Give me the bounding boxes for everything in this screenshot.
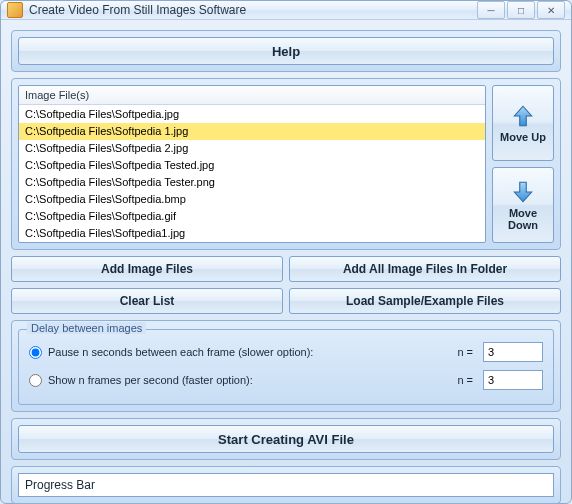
move-down-button[interactable]: Move Down bbox=[492, 167, 554, 243]
show-label[interactable]: Show n frames per second (faster option)… bbox=[48, 374, 445, 386]
app-window: Create Video From Still Images Software … bbox=[0, 0, 572, 504]
progress-bar: Progress Bar bbox=[18, 473, 554, 497]
load-sample-button[interactable]: Load Sample/Example Files bbox=[289, 288, 561, 314]
progress-panel: Progress Bar bbox=[11, 466, 561, 504]
close-icon: ✕ bbox=[547, 5, 555, 16]
file-row[interactable]: C:\Softpedia Files\Softpedia.gif bbox=[19, 208, 485, 225]
file-row[interactable]: C:\Softpedia Files\Softpedia Tester.png bbox=[19, 174, 485, 191]
show-n-input[interactable] bbox=[483, 370, 543, 390]
pause-label[interactable]: Pause n seconds between each frame (slow… bbox=[48, 346, 445, 358]
help-button[interactable]: Help bbox=[18, 37, 554, 65]
minimize-button[interactable]: ─ bbox=[477, 1, 505, 19]
start-panel: Start Creating AVI File bbox=[11, 418, 561, 460]
help-panel: Help bbox=[11, 30, 561, 72]
add-image-files-button[interactable]: Add Image Files bbox=[11, 256, 283, 282]
move-up-label: Move Up bbox=[500, 131, 546, 143]
file-row[interactable]: C:\Softpedia Files\Softpedia.jpg bbox=[19, 106, 485, 123]
minimize-icon: ─ bbox=[487, 5, 494, 16]
pause-radio[interactable] bbox=[29, 346, 42, 359]
file-list-box: Image File(s) C:\Softpedia Files\Softped… bbox=[18, 85, 486, 243]
add-all-in-folder-button[interactable]: Add All Image Files In Folder bbox=[289, 256, 561, 282]
titlebar: Create Video From Still Images Software … bbox=[1, 1, 571, 20]
arrow-up-icon bbox=[510, 103, 536, 129]
file-row[interactable]: C:\Softpedia Files\Softpedia.bmp bbox=[19, 191, 485, 208]
files-panel: Image File(s) C:\Softpedia Files\Softped… bbox=[11, 78, 561, 250]
file-list[interactable]: C:\Softpedia Files\Softpedia.jpgC:\Softp… bbox=[19, 105, 485, 243]
window-title: Create Video From Still Images Software bbox=[29, 3, 477, 17]
show-n-label: n = bbox=[457, 374, 473, 386]
start-button[interactable]: Start Creating AVI File bbox=[18, 425, 554, 453]
delay-panel: Delay between images Pause n seconds bet… bbox=[11, 320, 561, 412]
pause-n-input[interactable] bbox=[483, 342, 543, 362]
move-up-button[interactable]: Move Up bbox=[492, 85, 554, 161]
maximize-button[interactable]: □ bbox=[507, 1, 535, 19]
arrow-down-icon bbox=[510, 179, 536, 205]
close-button[interactable]: ✕ bbox=[537, 1, 565, 19]
app-icon bbox=[7, 2, 23, 18]
file-row[interactable]: C:\Softpedia Files\Softpedia1.jpg bbox=[19, 225, 485, 242]
maximize-icon: □ bbox=[518, 5, 524, 16]
delay-legend: Delay between images bbox=[27, 322, 146, 334]
show-radio[interactable] bbox=[29, 374, 42, 387]
file-row[interactable]: C:\Softpedia Files\Softpedia Tested.jpg bbox=[19, 157, 485, 174]
file-row[interactable]: C:\Softpedia Files\Softpedia 2.jpg bbox=[19, 140, 485, 157]
file-row[interactable]: C:\Softpedia Files\Softpedia 1.jpg bbox=[19, 123, 485, 140]
move-down-label: Move Down bbox=[493, 207, 553, 231]
file-list-header: Image File(s) bbox=[19, 86, 485, 105]
clear-list-button[interactable]: Clear List bbox=[11, 288, 283, 314]
progress-label: Progress Bar bbox=[25, 478, 95, 492]
pause-n-label: n = bbox=[457, 346, 473, 358]
